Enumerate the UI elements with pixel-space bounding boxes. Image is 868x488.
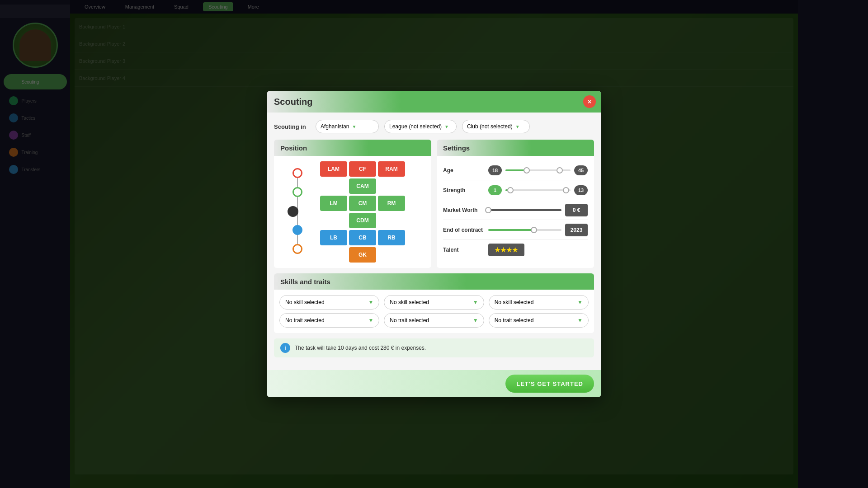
modal-body: Scouting in Afghanistan ▼ League (not se… bbox=[267, 113, 601, 370]
pos-lb-button[interactable]: LB bbox=[320, 230, 347, 245]
skills-section: Skills and traits No skill selected ▼ No… bbox=[274, 273, 594, 333]
trait-label-1: No trait selected bbox=[285, 317, 325, 324]
pos-cam-button[interactable]: CAM bbox=[349, 178, 376, 194]
contract-row: End of contract 2023 bbox=[443, 220, 588, 240]
talent-stars[interactable]: ★★★★ bbox=[488, 244, 524, 256]
node-top[interactable] bbox=[292, 168, 302, 178]
info-text: The task will take 10 days and cost 280 … bbox=[295, 345, 426, 351]
trait-label-3: No trait selected bbox=[495, 317, 534, 324]
league-dropdown[interactable]: League (not selected) ▼ bbox=[384, 120, 457, 133]
age-thumb-left[interactable] bbox=[524, 167, 530, 174]
pos-empty-5 bbox=[320, 247, 347, 263]
pos-cf-button[interactable]: CF bbox=[349, 161, 376, 177]
trait-dropdown-3[interactable]: No trait selected ▼ bbox=[489, 313, 589, 328]
skill-label-3: No skill selected bbox=[495, 299, 534, 305]
info-icon: i bbox=[280, 343, 290, 353]
skills-body: No skill selected ▼ No trait selected ▼ bbox=[274, 290, 594, 333]
skills-title: Skills and traits bbox=[280, 278, 330, 286]
contract-slider: 2023 bbox=[488, 224, 588, 236]
two-column-layout: Position bbox=[274, 140, 594, 268]
node-middle[interactable] bbox=[288, 206, 298, 217]
close-button[interactable]: × bbox=[583, 95, 596, 108]
chevron-down-skill-2: ▼ bbox=[473, 299, 478, 305]
trait-dropdown-2[interactable]: No trait selected ▼ bbox=[384, 313, 484, 328]
position-grid: LAM CF RAM CAM LM CM RM bbox=[320, 161, 405, 263]
skill-col-1: No skill selected ▼ No trait selected ▼ bbox=[279, 295, 379, 328]
pos-ram-button[interactable]: RAM bbox=[378, 161, 405, 177]
skills-section-header: Skills and traits bbox=[274, 273, 594, 290]
market-worth-label: Market Worth bbox=[443, 207, 484, 213]
chevron-down-icon: ▼ bbox=[352, 124, 356, 129]
pos-lam-button[interactable]: LAM bbox=[320, 161, 347, 177]
chevron-down-icon-2: ▼ bbox=[444, 124, 449, 129]
contract-thumb[interactable] bbox=[531, 227, 537, 233]
position-section: Position bbox=[274, 140, 431, 268]
strength-thumb-right[interactable] bbox=[563, 187, 569, 193]
skill-dropdown-2[interactable]: No skill selected ▼ bbox=[384, 295, 484, 310]
talent-label: Talent bbox=[443, 247, 484, 253]
pos-cb-button[interactable]: CB bbox=[349, 230, 376, 245]
chevron-down-trait-2: ▼ bbox=[473, 317, 478, 324]
pos-rb-button[interactable]: RB bbox=[378, 230, 405, 245]
settings-body: Age 18 45 bbox=[437, 156, 594, 264]
pos-cdm-button[interactable]: CDM bbox=[349, 213, 376, 228]
chevron-down-skill-3: ▼ bbox=[577, 299, 583, 305]
pos-empty-2 bbox=[378, 178, 405, 194]
club-dropdown[interactable]: Club (not selected) ▼ bbox=[462, 120, 530, 133]
info-bar: i The task will take 10 days and cost 28… bbox=[274, 338, 594, 357]
contract-track[interactable] bbox=[488, 229, 561, 231]
scouting-in-label: Scouting in bbox=[274, 123, 310, 130]
pos-empty-3 bbox=[320, 213, 347, 228]
strength-thumb-left[interactable] bbox=[507, 187, 514, 193]
trait-dropdown-1[interactable]: No trait selected ▼ bbox=[279, 313, 379, 328]
trait-label-2: No trait selected bbox=[390, 317, 429, 324]
chevron-down-trait-1: ▼ bbox=[368, 317, 373, 324]
position-diagram: LAM CF RAM CAM LM CM RM bbox=[279, 161, 426, 263]
strength-max-badge: 13 bbox=[574, 185, 588, 195]
age-track[interactable] bbox=[505, 169, 571, 171]
pos-empty-1 bbox=[320, 178, 347, 194]
market-worth-value: 0 € bbox=[565, 204, 588, 216]
strength-min-badge: 1 bbox=[488, 185, 502, 195]
settings-section-header: Settings bbox=[437, 140, 594, 156]
contract-value: 2023 bbox=[565, 224, 588, 236]
chevron-down-icon-3: ▼ bbox=[515, 124, 520, 129]
skill-dropdown-1[interactable]: No skill selected ▼ bbox=[279, 295, 379, 310]
skill-label-1: No skill selected bbox=[285, 299, 325, 305]
strength-label: Strength bbox=[443, 187, 484, 193]
modal-overlay: Scouting × Scouting in Afghanistan ▼ Lea… bbox=[0, 0, 868, 488]
start-button[interactable]: LET'S GET STARTED bbox=[505, 375, 594, 393]
settings-title: Settings bbox=[443, 144, 470, 152]
skill-dropdown-3[interactable]: No skill selected ▼ bbox=[489, 295, 589, 310]
node-second[interactable] bbox=[292, 187, 302, 197]
age-thumb-right[interactable] bbox=[557, 167, 563, 174]
age-min-badge: 18 bbox=[488, 165, 502, 175]
modal-header: Scouting × bbox=[267, 91, 601, 113]
strength-slider: 1 13 bbox=[488, 185, 588, 195]
node-lower[interactable] bbox=[292, 225, 302, 235]
pos-gk-button[interactable]: GK bbox=[349, 247, 376, 263]
age-max-badge: 45 bbox=[574, 165, 588, 175]
country-dropdown[interactable]: Afghanistan ▼ bbox=[316, 120, 379, 133]
modal-footer: LET'S GET STARTED bbox=[267, 370, 601, 397]
strength-row: Strength 1 13 bbox=[443, 180, 588, 200]
market-worth-slider: 0 € bbox=[488, 204, 588, 216]
skill-col-3: No skill selected ▼ No trait selected ▼ bbox=[489, 295, 589, 328]
position-tree bbox=[279, 168, 316, 256]
chevron-down-skill-1: ▼ bbox=[368, 299, 373, 305]
age-label: Age bbox=[443, 167, 484, 174]
contract-fill bbox=[488, 229, 532, 231]
settings-section: Settings Age 18 bbox=[437, 140, 594, 268]
chevron-down-trait-3: ▼ bbox=[577, 317, 583, 324]
market-thumb[interactable] bbox=[485, 207, 491, 213]
pos-rm-button[interactable]: RM bbox=[378, 196, 405, 211]
skill-col-2: No skill selected ▼ No trait selected ▼ bbox=[384, 295, 484, 328]
market-track[interactable] bbox=[488, 209, 561, 211]
strength-track[interactable] bbox=[505, 189, 571, 191]
talent-row: Talent ★★★★ bbox=[443, 240, 588, 260]
pos-lm-button[interactable]: LM bbox=[320, 196, 347, 211]
pos-cm-button[interactable]: CM bbox=[349, 196, 376, 211]
skill-label-2: No skill selected bbox=[390, 299, 429, 305]
position-section-body: LAM CF RAM CAM LM CM RM bbox=[274, 156, 431, 268]
node-bottom[interactable] bbox=[292, 244, 302, 254]
